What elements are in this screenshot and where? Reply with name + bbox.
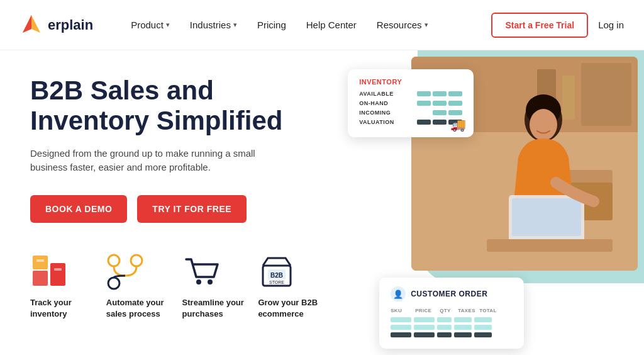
inventory-row-valuation: VALUATION [359,119,462,125]
inventory-available-label: AVAILABLE [359,91,394,97]
inventory-row-incoming: INCOMING [359,110,462,116]
bar [448,110,462,115]
bar [448,101,462,106]
flow-icon [106,253,144,291]
cart-icon [182,253,220,291]
col-total: TOTAL [479,308,498,313]
cell [454,332,472,337]
chevron-down-icon: ▾ [166,21,170,29]
hero-title: B2B Sales and Inventory Simplified [30,76,334,137]
cell [437,325,452,330]
nav-help-center[interactable]: Help Center [306,20,357,30]
chevron-down-icon: ▾ [233,21,237,29]
bar [448,91,462,96]
order-columns: SKU PRICE QTY TAXES TOTAL [391,308,513,313]
table-row [391,332,513,337]
customer-order-card: 👤 CUSTOMER ORDER SKU PRICE QTY TAXES TOT… [379,278,524,349]
order-card-title: CUSTOMER ORDER [411,290,487,298]
svg-point-9 [108,278,119,289]
cell [391,317,411,322]
features-row: Track your inventory Automate your sales… [30,253,334,320]
col-taxes: TAXES [458,308,477,313]
try-free-button[interactable]: TRY IT FOR FREE [137,195,247,223]
svg-point-7 [108,255,119,266]
cell [437,332,452,337]
bar [433,101,447,106]
chevron-down-icon: ▾ [425,21,428,29]
cell [414,332,435,337]
feature-grow-label: Grow your B2B ecommerce [258,297,318,320]
order-rows [391,317,513,337]
nav-industries[interactable]: Industries ▾ [190,20,237,30]
inventory-row-onhand: ON-HAND [359,100,462,106]
nav-resources[interactable]: Resources ▾ [377,20,428,30]
svg-text:B2B: B2B [270,272,283,279]
bar [417,101,431,106]
svg-rect-4 [50,263,65,286]
col-sku: SKU [391,308,413,313]
nav-pricing[interactable]: Pricing [257,20,286,30]
feature-grow-b2b: B2B STORE Grow your B2B ecommerce [258,253,334,320]
svg-rect-20 [581,63,631,126]
svg-point-25 [530,109,557,140]
cell [474,332,492,337]
table-row [391,325,513,330]
order-person-icon: 👤 [391,286,406,301]
svg-text:STORE: STORE [269,280,284,285]
svg-point-8 [131,255,142,266]
inventory-onhand-bars [417,101,462,106]
bar [433,91,447,96]
inventory-row-available: AVAILABLE [359,91,462,97]
inventory-valuation-label: VALUATION [359,119,394,125]
cell [454,317,472,322]
bar [433,110,447,115]
header-actions: Start a Free Trial Log in [491,13,624,38]
login-button[interactable]: Log in [598,20,624,30]
table-row [391,317,513,322]
svg-rect-2 [33,271,48,286]
feature-automate-label: Automate your sales process [106,297,164,320]
svg-rect-27 [512,198,581,236]
logo-text: erplain [48,17,93,33]
start-trial-button[interactable]: Start a Free Trial [491,13,588,38]
cell [414,317,435,322]
main-nav: Product ▾ Industries ▾ Pricing Help Cent… [131,20,491,30]
bar [433,120,447,125]
inventory-card: INVENTORY AVAILABLE ON-HAND INCOMING [348,69,474,137]
feature-track-inventory: Track your inventory [30,253,106,320]
col-qty: QTY [440,308,455,313]
col-price: PRICE [415,308,437,313]
boxes-icon [30,253,68,291]
header: erplain Product ▾ Industries ▾ Pricing H… [0,0,644,50]
cell [474,325,492,330]
hero-left: B2B Sales and Inventory Simplified Desig… [0,50,354,355]
cta-buttons: BOOK A DEMO TRY IT FOR FREE [30,195,334,223]
inventory-card-title: INVENTORY [359,78,462,86]
hero-right: INVENTORY AVAILABLE ON-HAND INCOMING [354,50,644,355]
svg-point-11 [208,279,213,285]
logo-icon [20,14,43,37]
main-content: B2B Sales and Inventory Simplified Desig… [0,50,644,355]
feature-automate-sales: Automate your sales process [106,253,182,320]
nav-product[interactable]: Product ▾ [131,20,170,30]
cell [391,332,411,337]
svg-rect-28 [487,239,613,252]
store-icon: B2B STORE [258,253,296,291]
inventory-incoming-bars [433,110,462,115]
book-demo-button[interactable]: BOOK A DEMO [30,195,127,223]
inventory-onhand-label: ON-HAND [359,100,388,106]
cell [414,325,435,330]
cell [474,317,492,322]
logo[interactable]: erplain [20,14,93,37]
bar [417,120,431,125]
cell [437,317,452,322]
svg-point-10 [196,279,201,285]
feature-track-label: Track your inventory [30,297,72,320]
feature-streamline-purchases: Streamline your purchases [182,253,258,320]
svg-rect-5 [36,259,44,262]
hero-subtitle: Designed from the ground up to make runn… [30,147,294,175]
inventory-incoming-label: INCOMING [359,110,391,116]
bar [417,91,431,96]
inventory-available-bars [417,91,462,96]
svg-rect-3 [33,256,48,269]
